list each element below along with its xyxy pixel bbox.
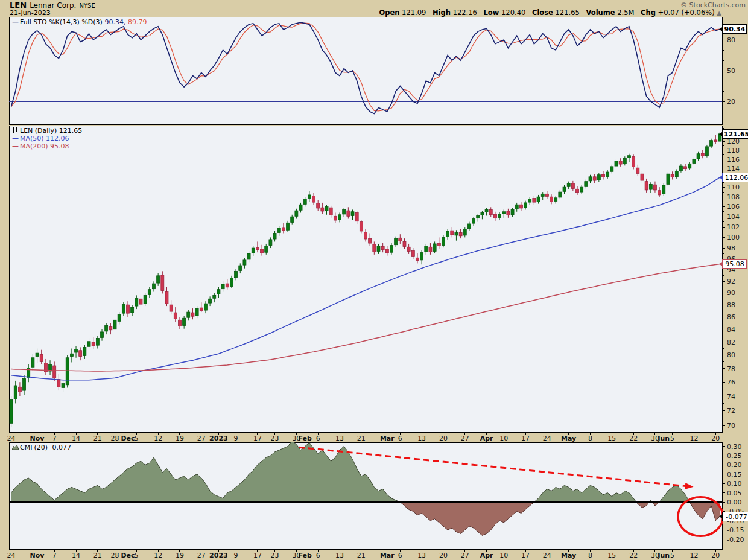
svg-text:110: 110 (727, 183, 740, 191)
svg-text:0.20: 0.20 (727, 461, 742, 469)
svg-text:14: 14 (72, 434, 80, 442)
svg-text:-0.20: -0.20 (727, 536, 744, 544)
svg-text:5: 5 (135, 434, 139, 442)
svg-text:21: 21 (94, 552, 102, 559)
svg-text:7: 7 (52, 552, 57, 559)
svg-text:Apr: Apr (480, 552, 493, 559)
svg-text:21: 21 (94, 434, 102, 442)
right-axis: 8050201221201181161141121101081061041021… (722, 30, 744, 544)
ma50-line-icon: — (12, 135, 18, 142)
price-panel-legend: LEN (Daily) 121.65 —MA(50) 112.06 —MA(20… (12, 127, 82, 150)
svg-text:6: 6 (316, 552, 320, 559)
svg-text:74: 74 (727, 393, 735, 401)
svg-text:20: 20 (439, 552, 448, 559)
svg-text:12: 12 (689, 434, 698, 442)
svg-text:Feb: Feb (299, 434, 312, 442)
svg-text:Feb: Feb (299, 552, 312, 559)
svg-text:22: 22 (629, 552, 638, 559)
svg-text:0.00: 0.00 (727, 498, 742, 506)
chart-canvas: 8050201221201181161141121101081061041021… (0, 0, 748, 560)
svg-text:13: 13 (417, 552, 426, 559)
svg-text:80: 80 (727, 36, 735, 44)
ma200-legend-label: MA(200) 95.08 (20, 142, 69, 150)
svg-text:-0.077: -0.077 (726, 513, 747, 521)
svg-text:2023: 2023 (209, 552, 228, 559)
svg-text:6: 6 (398, 434, 402, 442)
svg-text:14: 14 (72, 552, 80, 559)
svg-text:50: 50 (727, 67, 735, 75)
svg-text:9: 9 (234, 434, 238, 442)
svg-text:88: 88 (727, 301, 735, 309)
svg-text:May: May (561, 552, 576, 559)
ma200-legend-row: —MA(200) 95.08 (12, 142, 82, 150)
svg-text:22: 22 (629, 434, 638, 442)
svg-text:24: 24 (7, 434, 16, 442)
ma50-legend-label: MA(50) 112.06 (20, 135, 69, 142)
stoch-legend-label: Full STO %K(14,3) %D(3) (20, 18, 103, 26)
svg-text:19: 19 (176, 434, 184, 442)
svg-text:Dec: Dec (121, 434, 135, 442)
svg-text:20: 20 (439, 434, 448, 442)
svg-text:24: 24 (543, 552, 551, 559)
svg-text:7: 7 (52, 434, 57, 442)
stoch-k-value: 90.34, (104, 18, 125, 26)
svg-text:78: 78 (727, 365, 735, 373)
svg-text:92: 92 (727, 278, 735, 285)
price-legend-label: LEN (Daily) 121.65 (20, 127, 82, 135)
svg-text:24: 24 (543, 434, 551, 442)
svg-text:17: 17 (253, 552, 262, 559)
stochastic-legend: —Full STO %K(14,3) %D(3) 90.34, 89.79 (12, 18, 147, 26)
svg-text:95.08: 95.08 (725, 260, 744, 268)
svg-text:27: 27 (197, 434, 206, 442)
svg-text:May: May (561, 434, 576, 442)
svg-text:21: 21 (357, 552, 366, 559)
svg-text:5: 5 (670, 552, 674, 559)
svg-text:27: 27 (461, 434, 469, 442)
main-panel (9, 126, 722, 432)
svg-text:12: 12 (154, 552, 162, 559)
ma200-line-icon: — (12, 142, 18, 150)
svg-text:27: 27 (461, 552, 469, 559)
svg-text:0.30: 0.30 (727, 443, 742, 451)
svg-text:84: 84 (727, 326, 735, 334)
price-legend-row: LEN (Daily) 121.65 (12, 127, 82, 135)
svg-text:90.34: 90.34 (724, 25, 746, 33)
svg-text:0.25: 0.25 (727, 452, 742, 460)
svg-text:5: 5 (670, 434, 674, 442)
svg-text:13: 13 (335, 552, 344, 559)
svg-text:121.65: 121.65 (724, 130, 748, 138)
svg-text:108: 108 (727, 193, 740, 201)
stoch-d-value: 89.79 (128, 18, 147, 26)
svg-text:112.06: 112.06 (725, 174, 748, 182)
svg-text:98: 98 (727, 244, 735, 252)
svg-text:12: 12 (689, 552, 698, 559)
svg-text:13: 13 (335, 434, 344, 442)
svg-text:10: 10 (499, 552, 508, 559)
svg-text:102: 102 (727, 223, 740, 231)
candlestick-icon (12, 127, 19, 133)
cmf-legend: CMF(20) -0.077 (12, 444, 71, 451)
ma50-legend-row: —MA(50) 112.06 (12, 135, 82, 142)
svg-text:0.05: 0.05 (727, 489, 742, 497)
svg-text:90: 90 (727, 289, 735, 297)
svg-text:17: 17 (521, 434, 530, 442)
svg-text:0.15: 0.15 (727, 471, 742, 479)
svg-text:6: 6 (316, 434, 320, 442)
svg-text:23: 23 (271, 434, 279, 442)
svg-text:Apr: Apr (480, 434, 493, 442)
svg-text:20: 20 (711, 552, 720, 559)
svg-text:19: 19 (176, 552, 184, 559)
stockcharts-chart-page: LEN Lennar Corp. NYSE 21-Jun-2023 © Stoc… (0, 0, 748, 560)
svg-text:8: 8 (588, 552, 592, 559)
svg-text:80: 80 (727, 351, 735, 359)
svg-text:72: 72 (727, 407, 735, 415)
svg-text:28: 28 (111, 552, 119, 559)
svg-text:17: 17 (253, 434, 262, 442)
svg-text:104: 104 (727, 213, 740, 221)
svg-text:10: 10 (499, 434, 508, 442)
svg-text:100: 100 (727, 234, 740, 241)
svg-text:27: 27 (197, 552, 206, 559)
svg-text:118: 118 (727, 147, 740, 154)
svg-text:Nov: Nov (30, 434, 45, 442)
svg-text:86: 86 (727, 313, 735, 321)
